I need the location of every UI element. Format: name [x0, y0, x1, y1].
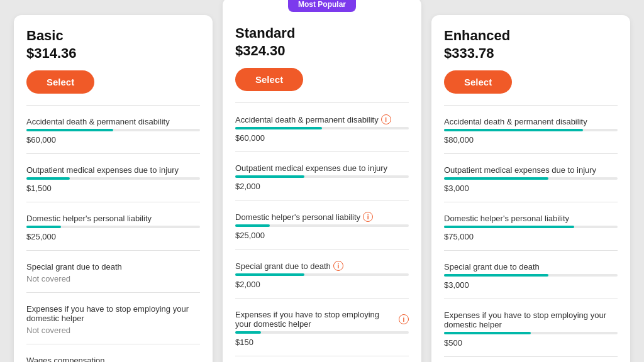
progress-bar-bg-standard-2: [235, 224, 409, 227]
plans-container: Basic$314.36SelectAccidental death & per…: [14, 15, 630, 362]
progress-bar-bg-standard-3: [235, 273, 409, 276]
plan-card-enhanced: Enhanced$333.78SelectAccidental death & …: [431, 15, 630, 362]
feature-label-standard-3: Special grant due to death i: [235, 261, 409, 271]
info-icon-standard-0[interactable]: i: [381, 114, 391, 124]
progress-bar-fill-standard-3: [235, 273, 304, 276]
feature-divider-standard-1: [235, 200, 409, 200]
progress-bar-bg-enhanced-2: [444, 226, 618, 228]
feature-divider-enhanced-0: [444, 153, 618, 154]
progress-bar-fill-standard-0: [235, 127, 322, 129]
feature-divider-enhanced-1: [444, 202, 618, 202]
progress-bar-fill-enhanced-0: [444, 129, 583, 131]
divider: [444, 105, 618, 106]
feature-row-standard-4: Expenses if you have to stop employing y…: [235, 305, 409, 349]
feature-value-standard-2: $25,000: [235, 231, 409, 240]
feature-label-basic-4: Expenses if you have to stop employing y…: [26, 304, 200, 323]
progress-bar-bg-basic-2: [26, 226, 200, 228]
feature-label-enhanced-2: Domestic helper's personal liability: [444, 214, 618, 223]
feature-label-basic-1: Outpatient medical expenses due to injur…: [26, 165, 200, 175]
progress-bar-fill-basic-0: [26, 129, 113, 131]
feature-row-enhanced-2: Domestic helper's personal liability $75…: [444, 209, 618, 244]
feature-row-enhanced-1: Outpatient medical expenses due to injur…: [444, 160, 618, 195]
feature-value-standard-3: $2,000: [235, 280, 409, 289]
feature-value-enhanced-1: $3,000: [444, 184, 618, 193]
feature-divider-enhanced-4: [444, 356, 618, 357]
feature-row-standard-2: Domestic helper's personal liability i $…: [235, 207, 409, 243]
feature-label-basic-0: Accidental death & permanent disability: [26, 117, 200, 126]
progress-bar-bg-standard-0: [235, 127, 409, 129]
feature-divider-basic-3: [26, 292, 200, 293]
select-button-standard[interactable]: Select: [235, 68, 303, 91]
feature-value-enhanced-3: $3,000: [444, 280, 618, 290]
feature-row-standard-0: Accidental death & permanent disability …: [235, 109, 409, 145]
feature-row-basic-0: Accidental death & permanent disability …: [26, 112, 200, 147]
most-popular-badge: Most Popular: [288, 0, 356, 12]
feature-row-basic-2: Domestic helper's personal liability $25…: [26, 209, 200, 244]
feature-row-basic-5: Wages compensationNot covered: [26, 351, 200, 362]
plan-name-standard: Standard: [235, 25, 409, 41]
divider: [26, 105, 200, 106]
feature-row-basic-4: Expenses if you have to stop employing y…: [26, 299, 200, 337]
progress-bar-bg-basic-0: [26, 129, 200, 131]
progress-bar-fill-basic-1: [26, 177, 70, 180]
feature-label-basic-3: Special grant due to death: [26, 262, 200, 272]
plan-card-basic: Basic$314.36SelectAccidental death & per…: [14, 15, 213, 362]
feature-value-basic-2: $25,000: [26, 232, 200, 241]
plan-name-enhanced: Enhanced: [444, 28, 618, 44]
feature-label-enhanced-1: Outpatient medical expenses due to injur…: [444, 165, 618, 175]
feature-label-standard-0: Accidental death & permanent disability …: [235, 114, 409, 124]
feature-value-standard-0: $60,000: [235, 133, 409, 143]
feature-divider-basic-0: [26, 153, 200, 154]
divider: [235, 102, 409, 103]
progress-bar-fill-enhanced-4: [444, 332, 531, 334]
feature-label-standard-1: Outpatient medical expenses due to injur…: [235, 163, 409, 173]
feature-divider-standard-0: [235, 151, 409, 152]
plan-price-standard: $324.30: [235, 43, 409, 59]
progress-bar-bg-enhanced-1: [444, 177, 618, 180]
feature-divider-basic-2: [26, 250, 200, 251]
feature-value-enhanced-2: $75,000: [444, 232, 618, 241]
feature-label-enhanced-3: Special grant due to death: [444, 262, 618, 272]
feature-value-basic-0: $60,000: [26, 135, 200, 145]
feature-divider-standard-2: [235, 249, 409, 250]
feature-divider-basic-1: [26, 202, 200, 202]
feature-row-standard-3: Special grant due to death i $2,000: [235, 256, 409, 292]
progress-bar-bg-enhanced-3: [444, 274, 618, 277]
info-icon-standard-2[interactable]: i: [363, 212, 373, 222]
feature-label-enhanced-0: Accidental death & permanent disability: [444, 117, 618, 126]
feature-divider-standard-4: [235, 356, 409, 356]
plan-price-basic: $314.36: [26, 45, 200, 62]
feature-label-enhanced-4: Expenses if you have to stop employing y…: [444, 310, 618, 329]
feature-value-basic-4: Not covered: [26, 326, 200, 335]
progress-bar-fill-enhanced-3: [444, 274, 548, 277]
select-button-basic[interactable]: Select: [26, 70, 94, 94]
info-icon-standard-4[interactable]: i: [399, 314, 409, 324]
feature-value-basic-3: Not covered: [26, 274, 200, 283]
feature-divider-enhanced-3: [444, 299, 618, 299]
feature-row-standard-1: Outpatient medical expenses due to injur…: [235, 158, 409, 194]
feature-label-standard-2: Domestic helper's personal liability i: [235, 212, 409, 222]
info-icon-standard-3[interactable]: i: [333, 261, 343, 271]
plan-card-standard: Most PopularStandard$324.30SelectAcciden…: [223, 0, 421, 362]
progress-bar-fill-enhanced-2: [444, 226, 574, 228]
progress-bar-fill-enhanced-1: [444, 177, 548, 180]
feature-row-basic-3: Special grant due to deathNot covered: [26, 257, 200, 286]
progress-bar-fill-standard-2: [235, 224, 270, 227]
feature-divider-standard-3: [235, 298, 409, 299]
progress-bar-fill-standard-4: [235, 331, 261, 334]
feature-row-enhanced-3: Special grant due to death $3,000: [444, 257, 618, 292]
progress-bar-bg-enhanced-4: [444, 332, 618, 334]
progress-bar-bg-standard-1: [235, 175, 409, 178]
select-button-enhanced[interactable]: Select: [444, 70, 512, 94]
feature-value-standard-4: $150: [235, 337, 409, 347]
feature-value-standard-1: $2,000: [235, 182, 409, 191]
feature-label-basic-2: Domestic helper's personal liability: [26, 214, 200, 223]
feature-divider-enhanced-2: [444, 250, 618, 251]
feature-row-enhanced-0: Accidental death & permanent disability …: [444, 112, 618, 147]
feature-label-standard-4: Expenses if you have to stop employing y…: [235, 310, 409, 329]
feature-value-enhanced-0: $80,000: [444, 135, 618, 145]
plan-name-basic: Basic: [26, 28, 200, 44]
progress-bar-bg-standard-4: [235, 331, 409, 334]
progress-bar-bg-basic-1: [26, 177, 200, 180]
progress-bar-fill-standard-1: [235, 175, 304, 178]
